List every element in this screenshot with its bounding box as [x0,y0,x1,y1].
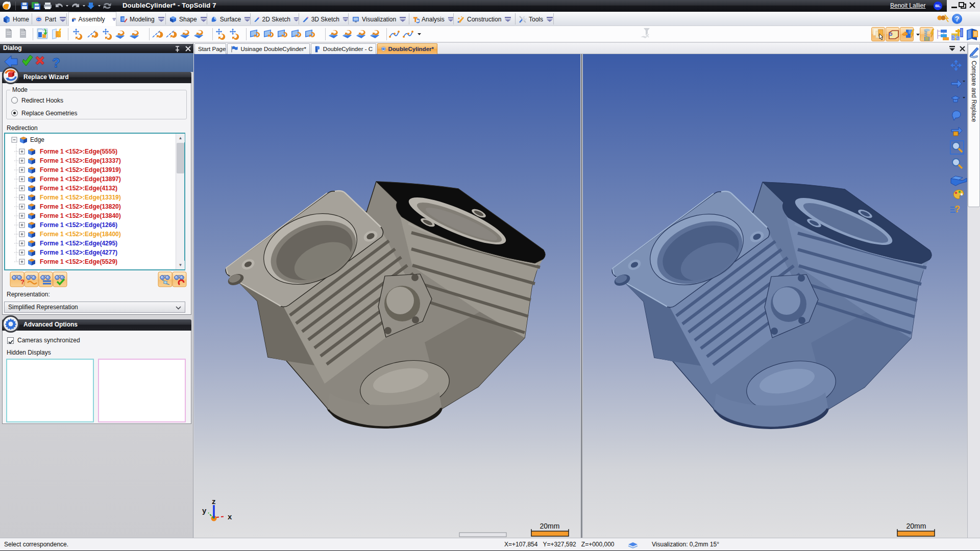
svg-text:20mm: 20mm [906,522,926,530]
svg-text:x: x [228,512,232,521]
svg-text:?: ? [954,204,960,214]
svg-text:?: ? [955,15,960,23]
svg-text:z: z [212,497,216,506]
svg-text:?: ? [52,55,60,70]
svg-text:20mm: 20mm [540,522,560,530]
svg-text:y: y [202,506,207,515]
svg-text:?: ? [20,278,24,286]
